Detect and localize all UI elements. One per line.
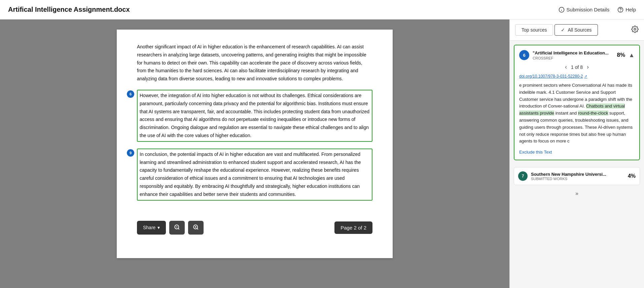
source-tabs: Top sources ✓ All Sources (510, 19, 644, 41)
share-button[interactable]: Share ▾ (137, 221, 166, 235)
zoom-in-button[interactable] (188, 221, 204, 235)
paragraph-2-highlight: However, the integration of AI into high… (137, 90, 372, 142)
top-sources-tab[interactable]: Top sources (515, 24, 553, 36)
collapse-button[interactable]: ▲ (629, 52, 635, 59)
source-7-title: Southern New Hampshire Universi... (531, 172, 624, 177)
highlighted-phrase-2: round-the-clock (578, 111, 608, 116)
page-indicator: Page 2 of 2 (334, 221, 372, 234)
paragraph-1: Another significant impact of AI in high… (137, 43, 372, 83)
active-source-card: 6 "Artificial Intelligence in Education.… (514, 45, 640, 160)
toolbar-left: Share ▾ (137, 221, 204, 235)
all-sources-tab[interactable]: ✓ All Sources (554, 24, 598, 36)
document-page: Another significant impact of AI in high… (117, 30, 393, 258)
main-content: Another significant impact of AI in high… (0, 19, 644, 288)
svg-line-9 (197, 228, 198, 229)
svg-point-4 (620, 11, 621, 11)
paragraph-2: However, the integration of AI into high… (140, 92, 370, 140)
prev-page-button[interactable]: ‹ (565, 64, 567, 71)
source-7-badge: 7 (518, 171, 528, 181)
svg-line-6 (178, 228, 179, 229)
source-nav: ‹ 1 of 8 › (519, 64, 635, 71)
help-icon (617, 7, 623, 13)
paragraph-3-container: 9 In conclusion, the potential impacts o… (137, 149, 372, 201)
source-7-subtitle: SUBMITTED WORKS (531, 177, 624, 181)
paragraph-3: In conclusion, the potential impacts of … (140, 151, 370, 199)
paragraph-2-container: 6 However, the integration of AI into hi… (137, 90, 372, 142)
help-button[interactable]: Help (617, 7, 636, 13)
settings-button[interactable] (631, 26, 639, 35)
help-label: Help (625, 7, 636, 12)
bottom-toolbar: Share ▾ Page 2 of 2 (137, 221, 372, 235)
paragraph-3-highlight: In conclusion, the potential impacts of … (137, 149, 372, 201)
right-panel: Top sources ✓ All Sources 6 "Artifi (509, 19, 644, 288)
expand-panel-button[interactable]: » (510, 188, 644, 199)
info-icon (559, 7, 565, 13)
source-card-7[interactable]: 7 Southern New Hampshire Universi... SUB… (514, 167, 640, 185)
checkmark-icon: ✓ (561, 27, 565, 33)
submission-details-button[interactable]: Submission Details (559, 7, 610, 13)
source-7-info: Southern New Hampshire Universi... SUBMI… (531, 172, 624, 181)
exclude-text-button[interactable]: Exclude this Text (519, 150, 552, 155)
document-area: Another significant impact of AI in high… (0, 19, 509, 288)
nav-current: 1 of 8 (571, 65, 583, 70)
tabs-group: Top sources ✓ All Sources (515, 24, 598, 36)
highlighted-phrase-1: Chatbots and virtual assistants provide (519, 104, 625, 116)
zoom-out-icon (174, 224, 180, 230)
source-7-percentage: 4% (628, 173, 636, 179)
gear-icon (631, 26, 639, 33)
svg-point-12 (634, 28, 636, 30)
header-actions: Submission Details Help (559, 7, 636, 13)
source-badge-6: 6 (127, 90, 134, 98)
source-title: "Artificial Intelligence in Education... (533, 50, 614, 55)
source-number-badge: 6 (519, 50, 529, 60)
source-title-block: "Artificial Intelligence in Education...… (533, 50, 614, 60)
chevron-down-icon: ▾ (157, 225, 160, 230)
next-page-button[interactable]: › (587, 64, 589, 71)
external-link-icon: ↗ (584, 74, 587, 79)
source-percentage: 8% (617, 52, 625, 58)
source-link[interactable]: doi.org/10.1007/978-3-031-52280-2 ↗ (519, 74, 635, 79)
header: Artifical Intelligence Assignment.docx S… (0, 0, 644, 19)
document-title: Artifical Intelligence Assignment.docx (8, 6, 130, 13)
source-badge-9: 9 (127, 149, 134, 157)
source-card-header: 6 "Artificial Intelligence in Education.… (519, 50, 635, 60)
source-subtitle: CROSSREF (533, 56, 614, 60)
zoom-in-icon (193, 224, 199, 230)
source-excerpt: e prominent sectors where Conversational… (519, 82, 635, 145)
zoom-out-button[interactable] (169, 221, 185, 235)
submission-details-label: Submission Details (567, 7, 610, 12)
